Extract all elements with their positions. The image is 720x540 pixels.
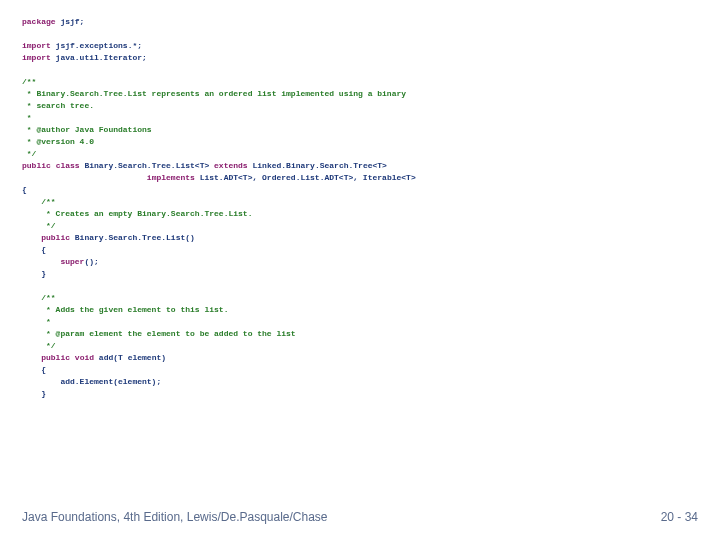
code-text: jsjf;: [56, 17, 85, 26]
comment-line: * @author Java Foundations: [22, 125, 152, 134]
code-text: ();: [84, 257, 98, 266]
code-block: package jsjf; import jsjf.exceptions.*; …: [22, 16, 698, 400]
code-text: java.util.Iterator;: [51, 53, 147, 62]
comment-line: * Binary.Search.Tree.List represents an …: [22, 89, 406, 98]
keyword-public: public: [41, 353, 70, 362]
keyword-extends: extends: [214, 161, 248, 170]
keyword-package: package: [22, 17, 56, 26]
code-text: List.ADT<T>, Ordered.List.ADT<T>, Iterab…: [195, 173, 416, 182]
comment-line: *: [22, 113, 32, 122]
comment-line: */: [22, 221, 56, 230]
keyword-import: import: [22, 53, 51, 62]
keyword-void: void: [75, 353, 94, 362]
code-text: Binary.Search.Tree.List(): [70, 233, 195, 242]
code-indent: [22, 257, 60, 266]
keyword-import: import: [22, 41, 51, 50]
code-text: }: [22, 269, 46, 278]
comment-line: * Adds the given element to this list.: [22, 305, 228, 314]
code-text: Linked.Binary.Search.Tree<T>: [248, 161, 387, 170]
keyword-implements: implements: [147, 173, 195, 182]
keyword-super: super: [60, 257, 84, 266]
comment-line: */: [22, 149, 36, 158]
keyword-class: class: [56, 161, 80, 170]
comment-line: *: [22, 317, 51, 326]
code-indent: [22, 353, 41, 362]
comment-line: */: [22, 341, 56, 350]
code-indent: [22, 173, 147, 182]
footer-page-number: 20 - 34: [661, 508, 698, 526]
keyword-public: public: [22, 161, 51, 170]
code-indent: [22, 233, 41, 242]
comment-line: /**: [22, 77, 36, 86]
comment-line: * Creates an empty Binary.Search.Tree.Li…: [22, 209, 252, 218]
code-text: {: [22, 365, 46, 374]
code-text: Binary.Search.Tree.List<T>: [80, 161, 214, 170]
footer-book-title: Java Foundations, 4th Edition, Lewis/De.…: [22, 508, 328, 526]
comment-line: * @version 4.0: [22, 137, 94, 146]
comment-line: * @param element the element to be added…: [22, 329, 296, 338]
code-text: add(T element): [94, 353, 166, 362]
comment-line: /**: [22, 197, 56, 206]
code-text: {: [22, 185, 27, 194]
code-text: }: [22, 389, 46, 398]
code-text: jsjf.exceptions.*;: [51, 41, 142, 50]
code-text: {: [22, 245, 46, 254]
comment-line: /**: [22, 293, 56, 302]
slide-footer: Java Foundations, 4th Edition, Lewis/De.…: [22, 508, 698, 526]
code-text: add.Element(element);: [22, 377, 161, 386]
keyword-public: public: [41, 233, 70, 242]
comment-line: * search tree.: [22, 101, 94, 110]
